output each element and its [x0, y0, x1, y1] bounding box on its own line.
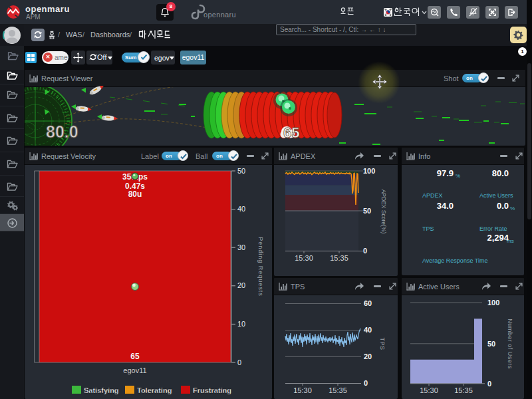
- svg-text:Satisfying: Satisfying: [84, 386, 119, 394]
- svg-text:10: 10: [237, 320, 245, 328]
- svg-text:TPS: TPS: [379, 337, 386, 350]
- svg-text:15:35: 15:35: [329, 386, 347, 394]
- svg-text:15:30: 15:30: [295, 254, 313, 262]
- svg-text:30: 30: [237, 243, 245, 251]
- svg-text:65: 65: [283, 124, 299, 141]
- svg-text:100: 100: [487, 299, 499, 307]
- svg-text:Tolerating: Tolerating: [137, 386, 172, 394]
- svg-text:100: 100: [363, 167, 375, 175]
- svg-text:15:30: 15:30: [420, 386, 438, 394]
- svg-text:0: 0: [364, 379, 368, 387]
- svg-text:Frustrating: Frustrating: [193, 386, 231, 394]
- svg-text:80u: 80u: [128, 190, 142, 199]
- svg-text:15:35: 15:35: [330, 254, 348, 262]
- svg-text:0: 0: [487, 380, 491, 388]
- svg-text:egov11: egov11: [123, 366, 146, 374]
- svg-text:20: 20: [237, 281, 245, 289]
- svg-text:65: 65: [130, 352, 140, 361]
- svg-text:60: 60: [364, 299, 372, 307]
- svg-text:Pending Requests: Pending Requests: [257, 237, 264, 297]
- svg-text:15:30: 15:30: [293, 386, 312, 394]
- svg-text:80.0: 80.0: [46, 122, 78, 141]
- svg-text:50: 50: [237, 167, 245, 175]
- svg-text:Number of Users: Number of Users: [507, 319, 513, 369]
- svg-text:40: 40: [364, 326, 372, 334]
- svg-text:40: 40: [237, 205, 245, 213]
- svg-text:0: 0: [237, 358, 241, 366]
- svg-text:50: 50: [487, 340, 495, 348]
- svg-text:20: 20: [364, 352, 372, 360]
- svg-text:15:35: 15:35: [454, 386, 473, 394]
- svg-text:APDEX Score(%): APDEX Score(%): [380, 190, 387, 234]
- svg-text:0: 0: [363, 247, 367, 255]
- svg-text:50: 50: [363, 207, 371, 215]
